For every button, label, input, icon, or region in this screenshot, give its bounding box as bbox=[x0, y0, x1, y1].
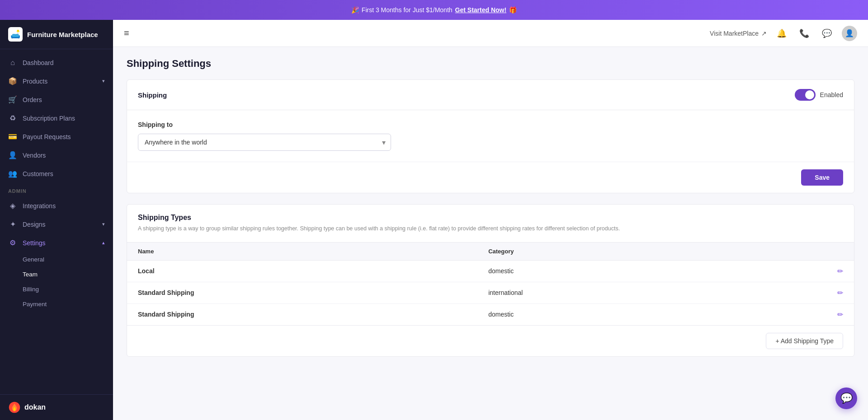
row-name: Standard Shipping bbox=[127, 303, 477, 325]
notifications-icon[interactable]: 🔔 bbox=[774, 26, 789, 41]
shipping-types-desc: A shipping type is a way to group simila… bbox=[138, 224, 843, 233]
row-category: domestic bbox=[477, 260, 730, 282]
sidebar-sub-label: Team bbox=[23, 271, 38, 278]
dokan-brand-text: dokan bbox=[24, 403, 46, 411]
row-actions: ✏ bbox=[730, 282, 854, 303]
row-category: domestic bbox=[477, 303, 730, 325]
sidebar-item-subscription-plans[interactable]: ♻ Subscription Plans bbox=[0, 109, 113, 127]
shipping-types-section: Shipping Types A shipping type is a way … bbox=[127, 204, 854, 357]
chevron-down-icon: ▾ bbox=[102, 221, 105, 227]
visit-marketplace-text: Visit MarketPlace bbox=[710, 30, 759, 37]
sidebar-bottom: dokan bbox=[0, 394, 113, 420]
shipping-card: Shipping Enabled Shipping to Anywhere in… bbox=[127, 79, 854, 193]
shipping-section-header: Shipping Enabled bbox=[127, 80, 854, 110]
banner-emoji-right: 🎁 bbox=[509, 6, 517, 14]
home-icon: ⌂ bbox=[8, 59, 17, 67]
banner-cta[interactable]: Get Started Now! bbox=[455, 6, 507, 14]
content-header: ≡ Visit MarketPlace ↗ 🔔 📞 💬 👤 bbox=[113, 20, 868, 47]
admin-section-label: ADMIN bbox=[0, 183, 113, 196]
chat-icon[interactable]: 💬 bbox=[819, 26, 835, 41]
row-category: international bbox=[477, 282, 730, 303]
payout-icon: 💳 bbox=[8, 132, 17, 141]
settings-icon: ⚙ bbox=[8, 238, 17, 247]
shipping-to-select[interactable]: Anywhere in the world Specific countries… bbox=[138, 134, 391, 151]
table-row: Standard Shipping international ✏ bbox=[127, 282, 854, 303]
shipping-types-title: Shipping Types bbox=[138, 214, 843, 222]
sidebar-item-label: Integrations bbox=[23, 202, 56, 210]
shipping-label: Shipping bbox=[138, 91, 167, 99]
edit-icon[interactable]: ✏ bbox=[837, 289, 843, 297]
col-name: Name bbox=[127, 242, 477, 260]
table-row: Local domestic ✏ bbox=[127, 260, 854, 282]
header-right: Visit MarketPlace ↗ 🔔 📞 💬 👤 bbox=[710, 26, 857, 41]
sidebar-sub-item-general[interactable]: General bbox=[0, 252, 113, 267]
sidebar-item-payout-requests[interactable]: 💳 Payout Requests bbox=[0, 127, 113, 146]
dokan-logo: dokan bbox=[8, 401, 105, 414]
banner-text: First 3 Months for Just $1/Month bbox=[362, 6, 453, 14]
sidebar-sub-item-billing[interactable]: Billing bbox=[0, 282, 113, 297]
sidebar-sub-label: Billing bbox=[23, 286, 39, 293]
sidebar-item-label: Vendors bbox=[23, 152, 46, 159]
sidebar-item-label: Settings bbox=[23, 239, 46, 247]
avatar[interactable]: 👤 bbox=[842, 26, 857, 41]
edit-icon[interactable]: ✏ bbox=[837, 267, 843, 275]
row-actions: ✏ bbox=[730, 260, 854, 282]
sidebar-nav: ⌂ Dashboard 📦 Products ▾ 🛒 Orders ♻ Subs… bbox=[0, 49, 113, 394]
external-link-icon: ↗ bbox=[761, 30, 767, 37]
sidebar-sub-label: Payment bbox=[23, 301, 47, 308]
shipping-to-label: Shipping to bbox=[138, 121, 843, 128]
sidebar-item-settings[interactable]: ⚙ Settings ▴ bbox=[0, 233, 113, 252]
shipping-to-select-wrapper: Anywhere in the world Specific countries… bbox=[138, 134, 391, 151]
chat-bubble-icon: 💬 bbox=[840, 392, 853, 404]
dokan-logo-icon bbox=[8, 401, 21, 414]
page-title: Shipping Settings bbox=[127, 58, 854, 70]
add-shipping-type-button[interactable]: + Add Shipping Type bbox=[766, 333, 843, 349]
banner-emoji-left: 🎉 bbox=[351, 6, 359, 14]
table-footer: + Add Shipping Type bbox=[127, 325, 854, 356]
table-row: Standard Shipping domestic ✏ bbox=[127, 303, 854, 325]
sidebar-item-vendors[interactable]: 👤 Vendors bbox=[0, 146, 113, 164]
toggle-enabled-text: Enabled bbox=[820, 91, 843, 98]
sidebar-item-label: Subscription Plans bbox=[23, 115, 75, 122]
chevron-up-icon: ▴ bbox=[102, 240, 105, 246]
sidebar-item-label: Payout Requests bbox=[23, 133, 71, 140]
sidebar-item-designs[interactable]: ✦ Designs ▾ bbox=[0, 215, 113, 233]
shipping-toggle[interactable] bbox=[795, 89, 816, 101]
sidebar-item-label: Orders bbox=[23, 96, 42, 103]
chevron-down-icon: ▾ bbox=[102, 78, 105, 84]
phone-icon[interactable]: 📞 bbox=[797, 26, 812, 41]
menu-icon[interactable]: ≡ bbox=[124, 28, 129, 38]
sidebar-sub-label: General bbox=[23, 256, 44, 263]
sidebar-logo: 🛋️ Furniture Marketplace bbox=[0, 20, 113, 49]
products-icon: 📦 bbox=[8, 77, 17, 85]
chat-bubble-button[interactable]: 💬 bbox=[835, 387, 857, 409]
vendors-icon: 👤 bbox=[8, 151, 17, 159]
sidebar-item-products[interactable]: 📦 Products ▾ bbox=[0, 72, 113, 90]
sidebar-sub-item-team[interactable]: Team bbox=[0, 267, 113, 282]
sidebar-item-orders[interactable]: 🛒 Orders bbox=[0, 90, 113, 109]
row-name: Standard Shipping bbox=[127, 282, 477, 303]
sidebar-item-integrations[interactable]: ◈ Integrations bbox=[0, 196, 113, 215]
sidebar-item-customers[interactable]: 👥 Customers bbox=[0, 164, 113, 183]
content-area: ≡ Visit MarketPlace ↗ 🔔 📞 💬 👤 Shipping S… bbox=[113, 20, 868, 420]
shipping-types-table: Name Category Local domestic ✏ Standard … bbox=[127, 242, 854, 325]
sidebar-logo-text: Furniture Marketplace bbox=[27, 31, 98, 38]
edit-icon[interactable]: ✏ bbox=[837, 311, 843, 318]
page-content: Shipping Settings Shipping Enabled Shipp… bbox=[113, 47, 868, 420]
visit-marketplace-link[interactable]: Visit MarketPlace ↗ bbox=[710, 30, 767, 37]
save-button[interactable]: Save bbox=[801, 169, 843, 186]
shipping-types-header: Shipping Types A shipping type is a way … bbox=[127, 205, 854, 242]
sidebar-item-dashboard[interactable]: ⌂ Dashboard bbox=[0, 54, 113, 72]
sidebar-logo-icon: 🛋️ bbox=[8, 27, 23, 42]
customers-icon: 👥 bbox=[8, 169, 17, 178]
shipping-to-section: Shipping to Anywhere in the world Specif… bbox=[127, 110, 854, 162]
sidebar-item-label: Customers bbox=[23, 170, 53, 177]
subscription-icon: ♻ bbox=[8, 114, 17, 122]
sidebar-sub-item-payment[interactable]: Payment bbox=[0, 297, 113, 312]
designs-icon: ✦ bbox=[8, 220, 17, 229]
row-actions: ✏ bbox=[730, 303, 854, 325]
sidebar-item-label: Products bbox=[23, 78, 47, 85]
sidebar-item-label: Designs bbox=[23, 221, 46, 228]
sidebar: 🛋️ Furniture Marketplace ⌂ Dashboard 📦 P… bbox=[0, 20, 113, 420]
promo-banner: 🎉 First 3 Months for Just $1/Month Get S… bbox=[0, 0, 868, 20]
